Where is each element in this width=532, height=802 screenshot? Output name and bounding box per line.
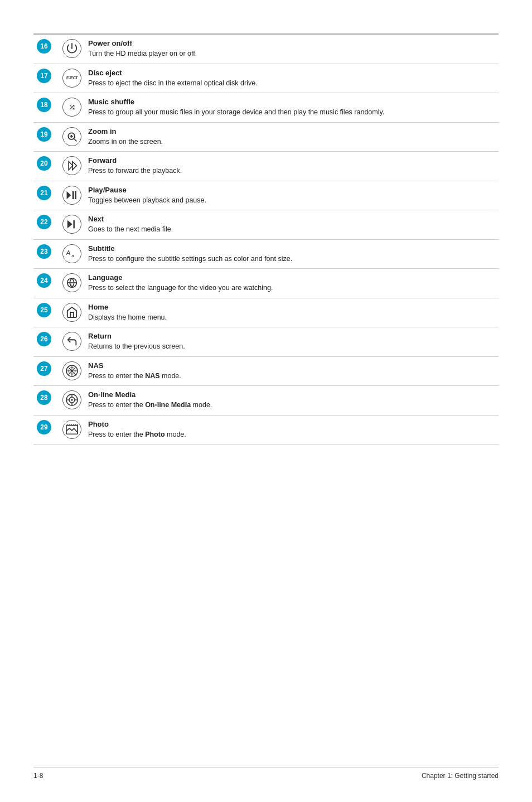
shuffle-icon: ⤮: [62, 98, 81, 117]
number-cell: 17: [33, 64, 59, 93]
table-row: 16Power on/offTurn the HD media player o…: [33, 34, 499, 64]
item-number-badge: 28: [37, 390, 51, 405]
number-cell: 23: [33, 239, 59, 269]
svg-point-25: [71, 399, 72, 400]
item-number-badge: 25: [37, 303, 51, 317]
item-number-badge: 18: [37, 98, 51, 112]
feature-title: On-line Media: [88, 390, 495, 399]
feature-description: Returns to the previous screen.: [88, 342, 495, 352]
number-cell: 16: [33, 34, 59, 64]
icon-cell: [59, 34, 85, 64]
icon-cell: [59, 181, 85, 210]
svg-rect-10: [73, 220, 74, 229]
content-cell: ForwardPress to forward the playback.: [85, 152, 499, 181]
number-cell: 20: [33, 152, 59, 181]
content-cell: SubtitlePress to configure the subtitle …: [85, 239, 499, 269]
item-number-badge: 16: [37, 39, 51, 54]
footer: 1-8 Chapter 1: Getting started: [33, 767, 499, 780]
content-cell: On-line MediaPress to enter the On-line …: [85, 386, 499, 416]
svg-rect-8: [75, 191, 76, 199]
number-cell: 28: [33, 386, 59, 416]
eject-icon: EJECT: [62, 69, 81, 88]
icon-cell: EJECT: [59, 64, 85, 93]
icon-cell: [59, 386, 85, 416]
feature-title: Language: [88, 273, 495, 282]
feature-description: Press to enter the Photo mode.: [88, 430, 495, 440]
icon-cell: [59, 356, 85, 386]
feature-title: Next: [88, 215, 495, 223]
feature-description: Press to configure the subtitle settings…: [88, 254, 495, 264]
item-number-badge: 24: [37, 273, 51, 288]
item-number-badge: 20: [37, 156, 51, 171]
feature-title: NAS: [88, 361, 495, 370]
feature-description: Press to select the language for the vid…: [88, 283, 495, 293]
svg-text:♫: ♫: [70, 283, 72, 286]
svg-text:A: A: [66, 249, 70, 255]
table-row: 23AaSubtitlePress to configure the subti…: [33, 239, 499, 269]
home-icon: [62, 303, 81, 322]
table-row: 20ForwardPress to forward the playback.: [33, 152, 499, 181]
item-number-badge: 26: [37, 332, 51, 346]
page-container: 16Power on/offTurn the HD media player o…: [0, 0, 532, 489]
icon-cell: [59, 327, 85, 357]
item-number-badge: 23: [37, 244, 51, 259]
number-cell: 29: [33, 415, 59, 445]
zoom-icon: [62, 127, 81, 146]
content-cell: NASPress to enter the NAS mode.: [85, 356, 499, 386]
item-number-badge: 17: [37, 69, 51, 83]
number-cell: 24: [33, 269, 59, 298]
table-row: 24♫LanguagePress to select the language …: [33, 269, 499, 298]
table-row: 29PhotoPress to enter the Photo mode.: [33, 415, 499, 445]
content-cell: HomeDisplays the home menu.: [85, 298, 499, 327]
number-cell: 25: [33, 298, 59, 327]
feature-description: Press to forward the playback.: [88, 166, 495, 176]
table-row: 27NASPress to enter the NAS mode.: [33, 356, 499, 386]
icon-cell: [59, 415, 85, 445]
number-cell: 27: [33, 356, 59, 386]
forward-icon: [62, 156, 81, 175]
subtitle-icon: Aa: [62, 244, 81, 263]
number-cell: 19: [33, 122, 59, 152]
icon-cell: [59, 210, 85, 240]
online-media-icon: [62, 390, 81, 409]
return-icon: [62, 332, 81, 351]
item-number-badge: 27: [37, 361, 51, 376]
footer-page-number: 1-8: [33, 772, 43, 780]
icon-cell: [59, 122, 85, 152]
content-cell: Power on/offTurn the HD media player on …: [85, 34, 499, 64]
feature-title: Music shuffle: [88, 98, 495, 106]
number-cell: 26: [33, 327, 59, 357]
svg-rect-7: [72, 191, 74, 199]
feature-title: Subtitle: [88, 244, 495, 253]
content-cell: Play/PauseToggles between playback and p…: [85, 181, 499, 210]
content-cell: Disc ejectPress to eject the disc in the…: [85, 64, 499, 93]
table-row: 22NextGoes to the next media file.: [33, 210, 499, 240]
feature-title: Photo: [88, 420, 495, 428]
svg-marker-9: [67, 220, 72, 229]
item-number-badge: 29: [37, 420, 51, 434]
feature-description: Displays the home menu.: [88, 313, 495, 323]
content-cell: Zoom inZooms in on the screen.: [85, 122, 499, 152]
svg-marker-6: [67, 191, 71, 199]
language-icon: ♫: [62, 273, 81, 292]
feature-title: Forward: [88, 156, 495, 165]
feature-description: Zooms in on the screen.: [88, 137, 495, 147]
icon-cell: Aa: [59, 239, 85, 269]
feature-title: Return: [88, 332, 495, 340]
power-icon: [62, 39, 81, 58]
table-row: 19Zoom inZooms in on the screen.: [33, 122, 499, 152]
item-number-badge: 22: [37, 215, 51, 229]
icon-cell: ⤮: [59, 93, 85, 123]
content-cell: Music shufflePress to group all your mus…: [85, 93, 499, 123]
photo-icon: [62, 420, 81, 439]
content-cell: PhotoPress to enter the Photo mode.: [85, 415, 499, 445]
feature-title: Home: [88, 303, 495, 311]
table-row: 28On-line MediaPress to enter the On-lin…: [33, 386, 499, 416]
playpause-icon: [62, 186, 81, 205]
table-row: 21Play/PauseToggles between playback and…: [33, 181, 499, 210]
content-cell: LanguagePress to select the language for…: [85, 269, 499, 298]
table-row: 26ReturnReturns to the previous screen.: [33, 327, 499, 357]
table-row: 25HomeDisplays the home menu.: [33, 298, 499, 327]
feature-description: Toggles between playback and pause.: [88, 196, 495, 206]
svg-line-1: [74, 138, 77, 141]
